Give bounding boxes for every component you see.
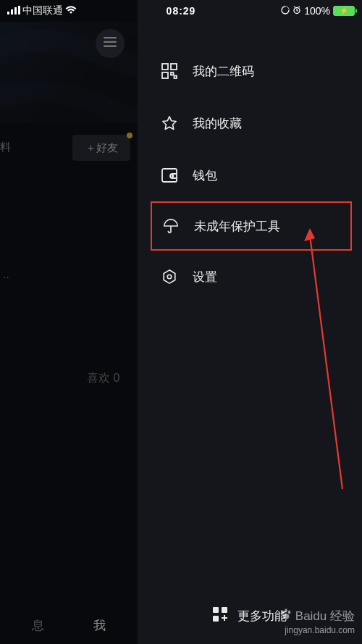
status-bar: 中国联通 08:29 100% ⚡ xyxy=(0,0,362,22)
wallet-icon xyxy=(161,167,178,184)
battery-icon: ⚡ xyxy=(333,6,355,16)
svg-rect-14 xyxy=(162,169,177,182)
star-icon xyxy=(161,114,178,132)
svg-point-15 xyxy=(172,175,174,177)
side-menu: 我的二维码 我的收藏 钱包 未成年保护工具 设置 xyxy=(138,22,362,644)
signal-icon xyxy=(7,5,20,17)
svg-point-17 xyxy=(167,275,172,279)
svg-rect-3 xyxy=(18,6,20,14)
menu-label-youth: 未成年保护工具 xyxy=(194,218,280,235)
menu-item-settings[interactable]: 设置 xyxy=(138,251,362,303)
battery-pct: 100% xyxy=(304,5,330,17)
svg-point-26 xyxy=(285,609,287,612)
umbrella-icon xyxy=(162,217,180,235)
lock-icon xyxy=(281,5,290,17)
menu-label-qrcode: 我的二维码 xyxy=(193,63,254,80)
svg-rect-2 xyxy=(14,7,17,14)
settings-icon xyxy=(161,268,178,285)
svg-rect-11 xyxy=(162,72,168,78)
watermark: Baidu 经验 jingyan.baidu.com xyxy=(279,608,355,637)
svg-rect-22 xyxy=(222,617,227,619)
svg-rect-10 xyxy=(171,64,177,70)
svg-point-27 xyxy=(287,611,290,614)
status-right: 100% ⚡ xyxy=(281,5,355,17)
baidu-paw-icon xyxy=(279,608,292,625)
alarm-icon xyxy=(292,5,301,17)
menu-label-favorites: 我的收藏 xyxy=(193,115,242,132)
status-time: 08:29 xyxy=(167,5,196,17)
svg-rect-1 xyxy=(11,9,13,14)
svg-rect-0 xyxy=(7,12,9,14)
menu-list: 我的二维码 我的收藏 钱包 未成年保护工具 设置 xyxy=(138,22,362,303)
menu-label-settings: 设置 xyxy=(193,269,217,285)
menu-label-wallet: 钱包 xyxy=(193,167,217,184)
menu-item-favorites[interactable]: 我的收藏 xyxy=(138,97,362,149)
svg-rect-12 xyxy=(171,72,174,75)
dim-overlay[interactable] xyxy=(0,0,138,644)
svg-rect-20 xyxy=(213,616,219,622)
svg-rect-13 xyxy=(174,76,177,79)
menu-item-qrcode[interactable]: 我的二维码 xyxy=(138,45,362,97)
svg-rect-18 xyxy=(213,607,219,613)
menu-item-wallet[interactable]: 钱包 xyxy=(138,149,362,201)
left-panel-dimmed: 料 ＋好友 .. 喜欢 0 息 我 xyxy=(0,0,138,644)
grid-plus-icon xyxy=(213,607,227,625)
carrier-label: 中国联通 xyxy=(22,4,63,17)
svg-point-28 xyxy=(282,614,289,620)
wifi-icon xyxy=(65,5,77,17)
watermark-brand: Baidu 经验 xyxy=(295,609,355,624)
svg-marker-16 xyxy=(164,270,175,283)
qrcode-icon xyxy=(161,62,178,80)
watermark-url: jingyan.baidu.com xyxy=(279,625,355,637)
svg-rect-9 xyxy=(162,64,168,70)
status-left: 中国联通 xyxy=(7,4,77,17)
svg-point-25 xyxy=(281,611,284,614)
menu-item-youth-protection[interactable]: 未成年保护工具 xyxy=(151,201,352,251)
svg-rect-19 xyxy=(222,607,227,613)
